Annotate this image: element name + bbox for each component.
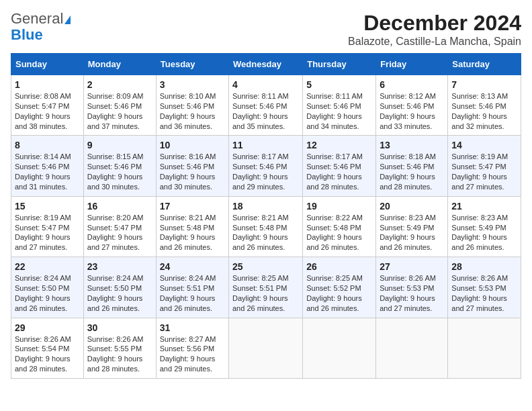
calendar-cell: 3Sunrise: 8:10 AMSunset: 5:46 PMDaylight… — [156, 75, 228, 136]
calendar-table: SundayMondayTuesdayWednesdayThursdayFrid… — [11, 53, 521, 379]
day-number: 24 — [160, 261, 225, 272]
day-info: Sunrise: 8:26 AMSunset: 5:54 PMDaylight:… — [15, 334, 80, 374]
column-header-wednesday: Wednesday — [229, 54, 303, 75]
day-number: 9 — [87, 140, 152, 150]
day-number: 27 — [380, 261, 444, 272]
calendar-cell: 14Sunrise: 8:19 AMSunset: 5:47 PMDayligh… — [448, 136, 521, 196]
day-number: 20 — [380, 201, 444, 212]
day-number: 12 — [306, 140, 372, 150]
day-number: 31 — [160, 322, 225, 333]
day-number: 22 — [15, 261, 80, 272]
day-number: 11 — [232, 140, 299, 150]
day-number: 3 — [160, 79, 225, 90]
calendar-cell: 7Sunrise: 8:13 AMSunset: 5:46 PMDaylight… — [448, 75, 521, 136]
day-info: Sunrise: 8:18 AMSunset: 5:46 PMDaylight:… — [380, 152, 444, 191]
day-info: Sunrise: 8:26 AMSunset: 5:55 PMDaylight:… — [87, 334, 152, 374]
day-number: 25 — [232, 261, 299, 272]
day-info: Sunrise: 8:26 AMSunset: 5:53 PMDaylight:… — [380, 273, 444, 313]
day-number: 30 — [87, 322, 152, 333]
day-number: 1 — [15, 79, 80, 90]
day-number: 29 — [15, 322, 80, 333]
day-info: Sunrise: 8:25 AMSunset: 5:51 PMDaylight:… — [232, 273, 299, 313]
day-info: Sunrise: 8:21 AMSunset: 5:48 PMDaylight:… — [160, 213, 225, 253]
day-info: Sunrise: 8:17 AMSunset: 5:46 PMDaylight:… — [306, 152, 372, 191]
column-header-tuesday: Tuesday — [156, 54, 228, 75]
day-info: Sunrise: 8:11 AMSunset: 5:46 PMDaylight:… — [306, 91, 372, 131]
day-info: Sunrise: 8:12 AMSunset: 5:46 PMDaylight:… — [380, 91, 444, 131]
calendar-cell: 13Sunrise: 8:18 AMSunset: 5:46 PMDayligh… — [376, 136, 448, 196]
day-number: 8 — [15, 140, 80, 150]
day-number: 17 — [160, 201, 225, 212]
day-info: Sunrise: 8:23 AMSunset: 5:49 PMDaylight:… — [380, 213, 444, 253]
calendar-cell: 29Sunrise: 8:26 AMSunset: 5:54 PMDayligh… — [11, 318, 84, 378]
day-number: 6 — [380, 79, 444, 90]
calendar-cell: 25Sunrise: 8:25 AMSunset: 5:51 PMDayligh… — [229, 257, 303, 318]
day-info: Sunrise: 8:19 AMSunset: 5:47 PMDaylight:… — [451, 152, 517, 191]
day-info: Sunrise: 8:24 AMSunset: 5:50 PMDaylight:… — [15, 273, 80, 313]
column-header-sunday: Sunday — [11, 54, 84, 75]
location-subtitle: Balazote, Castille-La Mancha, Spain — [348, 36, 521, 48]
day-info: Sunrise: 8:19 AMSunset: 5:47 PMDaylight:… — [15, 213, 80, 253]
logo-general: General — [11, 10, 63, 27]
calendar-cell: 19Sunrise: 8:22 AMSunset: 5:48 PMDayligh… — [303, 196, 376, 257]
calendar-cell — [448, 318, 521, 378]
day-info: Sunrise: 8:25 AMSunset: 5:52 PMDaylight:… — [306, 273, 372, 313]
day-info: Sunrise: 8:21 AMSunset: 5:48 PMDaylight:… — [232, 213, 299, 253]
day-info: Sunrise: 8:13 AMSunset: 5:46 PMDaylight:… — [451, 91, 517, 131]
page-header: General Blue December 2024 Balazote, Cas… — [11, 11, 521, 48]
day-number: 28 — [451, 261, 517, 272]
logo-triangle-icon — [64, 15, 71, 24]
calendar-cell: 10Sunrise: 8:16 AMSunset: 5:46 PMDayligh… — [156, 136, 228, 196]
calendar-cell: 31Sunrise: 8:27 AMSunset: 5:56 PMDayligh… — [156, 318, 228, 378]
calendar-row-1: 8Sunrise: 8:14 AMSunset: 5:46 PMDaylight… — [11, 136, 521, 196]
day-info: Sunrise: 8:16 AMSunset: 5:46 PMDaylight:… — [160, 152, 225, 191]
day-info: Sunrise: 8:17 AMSunset: 5:46 PMDaylight:… — [232, 152, 299, 191]
calendar-cell: 21Sunrise: 8:23 AMSunset: 5:49 PMDayligh… — [448, 196, 521, 257]
logo-blue: Blue — [11, 26, 43, 43]
day-number: 15 — [15, 201, 80, 212]
calendar-cell: 1Sunrise: 8:08 AMSunset: 5:47 PMDaylight… — [11, 75, 84, 136]
calendar-cell: 2Sunrise: 8:09 AMSunset: 5:46 PMDaylight… — [83, 75, 156, 136]
logo-line2: Blue — [11, 27, 71, 43]
column-header-monday: Monday — [83, 54, 156, 75]
day-info: Sunrise: 8:26 AMSunset: 5:53 PMDaylight:… — [451, 273, 517, 313]
day-number: 10 — [160, 140, 225, 150]
calendar-cell: 16Sunrise: 8:20 AMSunset: 5:47 PMDayligh… — [83, 196, 156, 257]
calendar-cell — [229, 318, 303, 378]
calendar-cell: 30Sunrise: 8:26 AMSunset: 5:55 PMDayligh… — [83, 318, 156, 378]
day-number: 4 — [232, 79, 299, 90]
day-number: 16 — [87, 201, 152, 212]
calendar-cell — [303, 318, 376, 378]
day-number: 18 — [232, 201, 299, 212]
calendar-cell: 20Sunrise: 8:23 AMSunset: 5:49 PMDayligh… — [376, 196, 448, 257]
calendar-row-2: 15Sunrise: 8:19 AMSunset: 5:47 PMDayligh… — [11, 196, 521, 257]
day-info: Sunrise: 8:08 AMSunset: 5:47 PMDaylight:… — [15, 91, 80, 131]
day-info: Sunrise: 8:14 AMSunset: 5:46 PMDaylight:… — [15, 152, 80, 191]
day-info: Sunrise: 8:09 AMSunset: 5:46 PMDaylight:… — [87, 91, 152, 131]
day-info: Sunrise: 8:27 AMSunset: 5:56 PMDaylight:… — [160, 334, 225, 374]
day-info: Sunrise: 8:24 AMSunset: 5:50 PMDaylight:… — [87, 273, 152, 313]
day-info: Sunrise: 8:10 AMSunset: 5:46 PMDaylight:… — [160, 91, 225, 131]
column-header-saturday: Saturday — [448, 54, 521, 75]
day-info: Sunrise: 8:15 AMSunset: 5:46 PMDaylight:… — [87, 152, 152, 191]
calendar-row-4: 29Sunrise: 8:26 AMSunset: 5:54 PMDayligh… — [11, 318, 521, 378]
day-number: 23 — [87, 261, 152, 272]
calendar-row-3: 22Sunrise: 8:24 AMSunset: 5:50 PMDayligh… — [11, 257, 521, 318]
calendar-cell: 4Sunrise: 8:11 AMSunset: 5:46 PMDaylight… — [229, 75, 303, 136]
logo: General Blue — [11, 11, 71, 43]
day-number: 7 — [451, 79, 517, 90]
day-number: 26 — [306, 261, 372, 272]
calendar-cell: 8Sunrise: 8:14 AMSunset: 5:46 PMDaylight… — [11, 136, 84, 196]
column-header-friday: Friday — [376, 54, 448, 75]
calendar-cell: 24Sunrise: 8:24 AMSunset: 5:51 PMDayligh… — [156, 257, 228, 318]
calendar-cell: 5Sunrise: 8:11 AMSunset: 5:46 PMDaylight… — [303, 75, 376, 136]
column-header-thursday: Thursday — [303, 54, 376, 75]
day-info: Sunrise: 8:24 AMSunset: 5:51 PMDaylight:… — [160, 273, 225, 313]
calendar-header-row: SundayMondayTuesdayWednesdayThursdayFrid… — [11, 54, 521, 75]
day-number: 19 — [306, 201, 372, 212]
day-info: Sunrise: 8:22 AMSunset: 5:48 PMDaylight:… — [306, 213, 372, 253]
calendar-cell — [376, 318, 448, 378]
day-number: 21 — [451, 201, 517, 212]
calendar-cell: 23Sunrise: 8:24 AMSunset: 5:50 PMDayligh… — [83, 257, 156, 318]
calendar-cell: 18Sunrise: 8:21 AMSunset: 5:48 PMDayligh… — [229, 196, 303, 257]
